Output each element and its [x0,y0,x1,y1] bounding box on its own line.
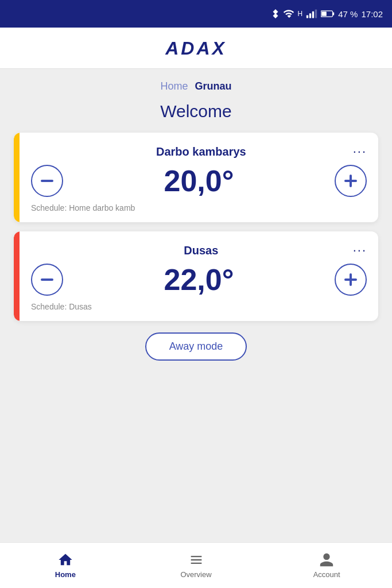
signal-bars-icon [306,9,317,18]
status-icons: H 47 % 17:02 [271,8,383,20]
room-menu-dusas[interactable]: ··· [353,243,367,258]
decrease-temp-dusas[interactable] [31,264,63,296]
nav-label-home: Home [55,570,76,579]
schedule-darbo: Schedule: Home darbo kamb [31,203,135,212]
room-indicator-darbo [14,133,20,222]
home-icon [57,552,73,568]
nav-label-account: Account [313,570,340,579]
away-mode-container: Away mode [14,332,378,361]
nav-item-overview[interactable]: Overview [131,547,262,583]
app-logo: ADAX [165,38,227,59]
increase-temp-dusas[interactable] [335,264,367,296]
nav-item-home[interactable]: Home [0,547,131,583]
svg-rect-12 [350,273,352,286]
room-controls-dusas: 22,0° [31,262,367,297]
breadcrumb-location[interactable]: Grunau [195,80,232,92]
decrease-temp-darbo[interactable] [31,165,63,197]
overview-icon [188,552,204,568]
main-content: Home Grunau Welcome Darbo kambarys ··· 2… [0,69,392,541]
temperature-dusas: 22,0° [164,262,234,297]
away-mode-button[interactable]: Away mode [145,332,247,361]
svg-rect-5 [322,11,327,16]
room-controls-darbo: 20,0° [31,164,367,198]
svg-rect-6 [333,12,335,15]
room-name-darbo: Darbo kambarys [49,145,353,158]
svg-rect-7 [41,180,53,182]
battery-icon [321,10,335,18]
room-card-darbo: Darbo kambarys ··· 20,0° Schedule: Home … [14,133,378,222]
room-card-dusas: Dusas ··· 22,0° Schedule: Dusas [14,231,378,321]
room-name-dusas: Dusas [49,244,353,257]
bluetooth-icon [271,8,280,20]
account-icon [319,552,335,568]
svg-rect-2 [312,11,314,18]
svg-rect-9 [350,175,352,187]
svg-rect-3 [315,10,317,18]
clock: 17:02 [361,9,383,19]
breadcrumb: Home Grunau [14,80,378,92]
bottom-nav: Home Overview Account [0,542,392,588]
nav-label-overview: Overview [180,570,211,579]
header: ADAX [0,28,392,69]
nav-item-account[interactable]: Account [261,547,392,583]
room-indicator-dusas [14,231,20,321]
schedule-dusas: Schedule: Dusas [31,302,92,311]
temperature-darbo: 20,0° [164,164,234,198]
room-menu-darbo[interactable]: ··· [353,144,367,159]
wifi-icon [283,9,294,18]
signal-h-icon: H [298,10,303,18]
svg-rect-1 [309,13,311,18]
svg-rect-0 [306,16,308,18]
welcome-heading: Welcome [14,102,378,121]
status-bar: H 47 % 17:02 [0,0,392,28]
breadcrumb-home[interactable]: Home [160,80,188,92]
room-header-dusas: Dusas ··· [31,243,367,258]
increase-temp-darbo[interactable] [335,165,367,197]
room-header-darbo: Darbo kambarys ··· [31,144,367,159]
svg-rect-10 [41,278,53,281]
battery-percent: 47 % [338,9,358,19]
